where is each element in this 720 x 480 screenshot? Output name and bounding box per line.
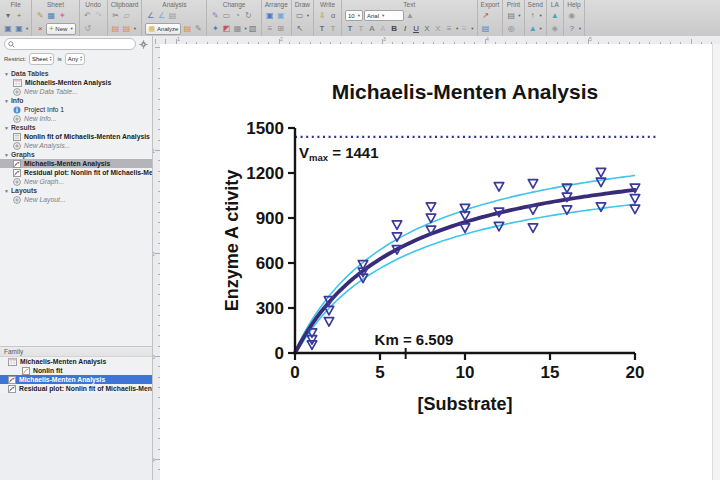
family-item[interactable]: Residual plot: Nonlin fit of Michaelis-M… xyxy=(0,384,152,393)
best-fit-curve[interactable] xyxy=(295,190,635,353)
michaelis-menten-graph[interactable]: 03006009001200150005101520Michaelis-Ment… xyxy=(166,44,714,480)
km-annotation[interactable]: Km = 6.509 xyxy=(375,331,454,348)
analyze-button[interactable]: ▦Analyze xyxy=(145,23,181,35)
font-family-select[interactable]: Arial▾ xyxy=(364,10,404,21)
data-point-triangle[interactable] xyxy=(528,224,537,233)
nav-new-item[interactable]: New Analysis... xyxy=(0,141,152,150)
paste-icon[interactable]: ▤ xyxy=(111,23,121,34)
pattern-icon[interactable]: ▧ xyxy=(248,23,258,34)
disclosure-triangle-icon[interactable]: ▼ xyxy=(4,98,9,104)
notebook-icon[interactable]: ▤ xyxy=(182,23,192,34)
redo-icon[interactable]: ↷ xyxy=(94,10,104,21)
nav-sheet-item[interactable]: Michaelis-Menten Analysis xyxy=(0,159,152,168)
group-icon[interactable]: ⊞ xyxy=(276,23,286,34)
support-icon[interactable]: ◉ xyxy=(567,10,577,21)
shape-tool-icon[interactable]: ▭ xyxy=(295,10,305,21)
list-icon[interactable]: ≡ xyxy=(459,23,469,34)
font-size-select[interactable]: 10▾ xyxy=(345,10,363,21)
send-icon[interactable]: ↑ xyxy=(528,10,538,21)
color-scheme-icon[interactable]: ◩ xyxy=(221,23,231,34)
text-color-icon[interactable]: ▲ xyxy=(405,10,415,21)
bigger-text-icon[interactable]: T xyxy=(345,23,355,34)
gear-icon[interactable] xyxy=(139,40,148,49)
insert-text-icon[interactable]: ⇩ xyxy=(317,10,327,21)
select-tool-icon[interactable]: ↖ xyxy=(295,23,305,34)
open-recent-dropdown[interactable]: ▾ xyxy=(3,10,13,21)
subscript-icon[interactable]: X xyxy=(433,23,443,34)
nav-section-layouts[interactable]: ▼Layouts xyxy=(0,186,152,195)
results-sheet-icon[interactable]: ▤ xyxy=(167,10,177,21)
labarchives-icon[interactable]: ▲ xyxy=(550,10,560,21)
disclosure-triangle-icon[interactable]: ▼ xyxy=(4,125,9,131)
align-icon[interactable]: ≡ xyxy=(265,23,275,34)
delete-sheet-icon[interactable]: × xyxy=(35,23,45,34)
nav-section-data-tables[interactable]: ▼Data Tables xyxy=(0,69,152,78)
nav-new-item[interactable]: New Info... xyxy=(0,114,152,123)
rotate-icon[interactable]: ◔ xyxy=(232,10,242,21)
family-item[interactable]: Michaelis-Menten Analysis xyxy=(0,375,152,384)
data-point-triangle[interactable] xyxy=(324,318,333,327)
la-link-icon[interactable]: ◈ xyxy=(550,23,560,34)
frame-icon[interactable]: ▭ xyxy=(221,10,231,21)
nav-section-results[interactable]: ▼Results xyxy=(0,123,152,132)
export-icon[interactable]: ↗ xyxy=(481,10,491,21)
curve-fit-icon[interactable]: ∠ xyxy=(145,10,155,21)
data-point-triangle[interactable] xyxy=(307,341,316,350)
text-tool-icon[interactable]: T xyxy=(317,23,327,34)
data-point-triangle[interactable] xyxy=(596,168,605,177)
data-point-triangle[interactable] xyxy=(426,203,435,212)
y-axis-label[interactable]: Enzyme A ctivity xyxy=(222,170,242,312)
smaller-text-icon[interactable]: T xyxy=(356,23,366,34)
nav-new-item[interactable]: New Graph... xyxy=(0,177,152,186)
refresh-icon[interactable]: ↻ xyxy=(243,10,253,21)
vmax-annotation[interactable]: Vmax = 1441 xyxy=(299,144,379,164)
family-item[interactable]: Michaelis-Menten Analysis xyxy=(0,357,152,366)
revert-icon[interactable]: ↺ xyxy=(83,23,93,34)
data-point-triangle[interactable] xyxy=(596,203,605,212)
underline-icon[interactable]: U xyxy=(411,23,421,34)
edit-icon[interactable]: ✎ xyxy=(210,10,220,21)
nav-section-graphs[interactable]: ▼Graphs xyxy=(0,150,152,159)
save-icon[interactable]: ▣ xyxy=(3,23,13,34)
new-sheet-button[interactable]: +New▾ xyxy=(46,23,75,35)
data-point-triangle[interactable] xyxy=(392,221,401,230)
send-back-icon[interactable]: ▣ xyxy=(276,10,286,21)
x-axis-label[interactable]: [Substrate] xyxy=(417,394,512,414)
superscript-icon[interactable]: X xyxy=(422,23,432,34)
pencil-icon[interactable]: ✎ xyxy=(193,23,203,34)
restrict-sheet-select[interactable]: Sheet ▴▾ xyxy=(29,53,54,65)
canvas-scrollbar[interactable] xyxy=(712,44,720,480)
help-icon[interactable]: ? xyxy=(567,23,577,34)
nav-section-info[interactable]: ▼Info xyxy=(0,96,152,105)
save-as-icon[interactable]: ▣ xyxy=(14,23,24,34)
print-icon[interactable]: ▤ xyxy=(506,10,516,21)
magic-wand-icon[interactable]: ✦ xyxy=(210,23,220,34)
disclosure-triangle-icon[interactable]: ▼ xyxy=(4,188,9,194)
export-graph-icon[interactable]: ▤ xyxy=(481,23,491,34)
greek-letter-icon[interactable]: α xyxy=(328,10,338,21)
disclosure-triangle-icon[interactable]: ▼ xyxy=(4,152,9,158)
text-box-icon[interactable]: T xyxy=(328,23,338,34)
edit-sheet-icon[interactable]: ✎ xyxy=(35,10,45,21)
data-point-triangle[interactable] xyxy=(630,195,639,204)
nav-new-item[interactable]: New Layout... xyxy=(0,195,152,204)
data-point-triangle[interactable] xyxy=(392,233,401,242)
restrict-any-select[interactable]: Any ▴▾ xyxy=(65,53,85,65)
new-folder-icon[interactable]: + xyxy=(14,10,24,21)
cut-icon[interactable]: ✂ xyxy=(111,10,121,21)
chart-title[interactable]: Michaelis-Menten Analysis xyxy=(332,80,598,103)
grid-options-icon[interactable]: ▦ xyxy=(232,23,242,34)
data-point-triangle[interactable] xyxy=(494,222,503,231)
search-box[interactable] xyxy=(4,38,136,50)
align-text-icon[interactable]: ≡ xyxy=(444,23,454,34)
preview-icon[interactable]: ◎ xyxy=(506,23,516,34)
search-input[interactable] xyxy=(17,40,132,48)
undo-icon[interactable]: ↶ xyxy=(83,10,93,21)
data-point-triangle[interactable] xyxy=(494,183,503,192)
shrink-font-icon[interactable]: A xyxy=(378,23,388,34)
data-point-triangle[interactable] xyxy=(528,180,537,189)
sparkle-icon[interactable]: ✦ xyxy=(57,10,67,21)
bring-front-icon[interactable]: ▣ xyxy=(265,10,275,21)
sheet-icon[interactable]: ▦ xyxy=(46,10,56,21)
nav-sheet-item[interactable]: Nonlin fit of Michaelis-Menten Analysis xyxy=(0,132,152,141)
